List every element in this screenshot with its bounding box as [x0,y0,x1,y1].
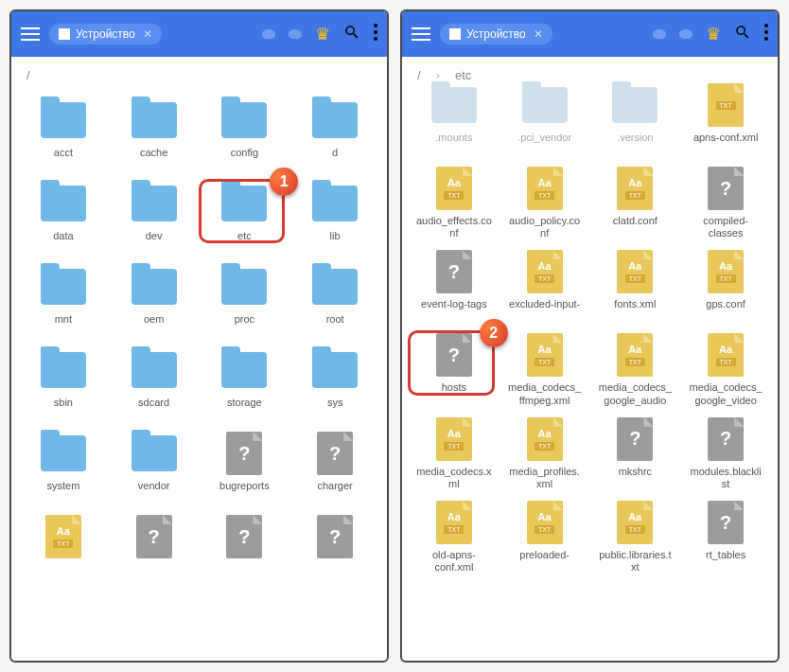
file-item[interactable]: ? bugreports [202,433,288,504]
folder-icon [219,349,269,391]
file-item[interactable]: AaTXT [21,516,106,588]
item-label: .version [617,132,654,156]
folder-item[interactable]: mnt [21,266,106,338]
file-item[interactable]: ? event-log-tags [412,251,497,323]
item-label: sdcard [138,397,169,421]
menu-dots-icon[interactable] [374,24,377,44]
folder-item[interactable]: root [292,266,377,338]
folder-icon [39,349,88,391]
item-label: compiled-classes [688,215,763,239]
file-item[interactable]: ? [292,516,377,588]
file-item[interactable]: AaTXT media_codecs_ffmpeg.xml [502,334,587,406]
file-item[interactable]: AaTXT fonts.xml [593,251,678,323]
folder-item[interactable]: data [21,183,106,255]
breadcrumb-root[interactable]: / [26,68,30,82]
folder-icon [130,266,179,308]
svg-point-1 [374,30,377,34]
item-label: charger [317,480,352,504]
item-label: audio_effects.conf [416,215,492,239]
folder-icon [430,84,479,126]
cloud-icon[interactable] [262,29,275,39]
item-label: media_codecs_google_audio [597,381,673,406]
folder-item[interactable]: etc [202,183,288,255]
close-tab-icon[interactable]: ✕ [534,27,543,41]
folder-item[interactable]: vendor [112,433,197,504]
txt-icon: AaTXT [520,168,570,209]
folder-item[interactable]: acct [21,99,106,171]
file-item[interactable]: ? charger [292,433,377,504]
unknown-icon: ? [219,516,269,557]
folder-item[interactable]: .pci_vendor [502,84,587,156]
folder-item[interactable]: system [21,433,106,504]
file-item[interactable]: AaTXT media_codecs_google_video [683,334,768,406]
folder-item[interactable]: sbin [21,349,106,421]
file-item[interactable]: ? compiled-classes [683,168,768,239]
item-label: media_profiles.xml [507,466,583,490]
folder-item[interactable]: d [292,99,377,171]
file-item[interactable]: TXT apns-conf.xml [683,84,768,156]
file-item[interactable]: AaTXT clatd.conf [593,168,678,239]
file-item[interactable]: AaTXT old-apns-conf.xml [412,502,497,574]
file-item[interactable]: AaTXT preloaded- [502,502,587,574]
phone-right: Устройство ✕ ♛ / › etc .mounts .pci_vend… [400,9,780,663]
folder-icon [219,99,269,141]
unknown-icon: ? [701,502,750,543]
item-label: media_codecs_google_video [688,381,763,406]
file-item[interactable]: AaTXT public.libraries.txt [593,502,678,574]
hamburger-menu-icon[interactable] [21,27,40,41]
folder-icon [219,183,269,224]
hamburger-menu-icon[interactable] [412,27,430,41]
item-label: mkshrc [619,466,652,490]
item-label: gps.conf [706,298,745,323]
search-icon[interactable] [343,24,360,44]
menu-dots-icon[interactable] [764,24,768,44]
folder-item[interactable]: dev [112,183,197,255]
txt-icon: AaTXT [520,251,570,292]
phone-left: Устройство ✕ ♛ / acct cache config d dat… [9,9,389,663]
file-item[interactable]: ? [202,516,288,588]
folder-item[interactable]: lib [292,183,377,255]
file-item[interactable]: AaTXT excluded-input- [502,251,587,323]
item-label: sbin [54,397,73,421]
file-item[interactable]: AaTXT gps.conf [683,251,768,323]
file-item[interactable]: ? rt_tables [683,502,768,574]
cloud-icon[interactable] [653,29,666,39]
folder-item[interactable]: sdcard [112,349,197,421]
folder-item[interactable]: storage [202,349,288,421]
file-item[interactable]: AaTXT media_profiles.xml [502,418,587,490]
item-label: d [332,147,338,171]
cloud2-icon[interactable] [289,29,302,39]
device-icon [449,28,461,40]
folder-item[interactable]: sys [292,349,377,421]
folder-item[interactable]: proc [202,266,288,338]
file-item[interactable]: ? mkshrc [593,418,678,490]
folder-icon [39,99,88,141]
folder-icon [310,266,359,308]
crown-icon[interactable]: ♛ [706,24,721,44]
file-item[interactable]: AaTXT media_codecs.xml [412,418,497,490]
crown-icon[interactable]: ♛ [315,24,330,44]
file-item[interactable]: ? hosts [412,334,497,406]
folder-icon [610,84,659,126]
folder-item[interactable]: cache [112,99,197,171]
file-item[interactable]: AaTXT audio_policy.conf [502,168,587,239]
svg-point-4 [764,30,768,34]
search-icon[interactable] [734,24,751,44]
file-item[interactable]: AaTXT media_codecs_google_audio [593,334,678,406]
file-item[interactable]: ? modules.blacklist [683,418,768,490]
cloud2-icon[interactable] [679,29,693,39]
unknown-icon: ? [310,433,359,474]
file-item[interactable]: AaTXT audio_effects.conf [412,168,497,239]
close-tab-icon[interactable]: ✕ [143,27,152,41]
folder-item[interactable]: .version [593,84,678,156]
txt-icon: AaTXT [430,502,479,543]
folder-item[interactable]: config [202,99,288,171]
location-tab[interactable]: Устройство ✕ [440,24,552,44]
item-label: .pci_vendor [517,132,571,156]
file-item[interactable]: ? [112,516,197,588]
location-tab[interactable]: Устройство ✕ [49,24,162,44]
unknown-icon: ? [130,516,179,557]
folder-item[interactable]: oem [112,266,197,338]
item-label: fonts.xml [614,298,656,323]
folder-item[interactable]: .mounts [412,84,497,156]
